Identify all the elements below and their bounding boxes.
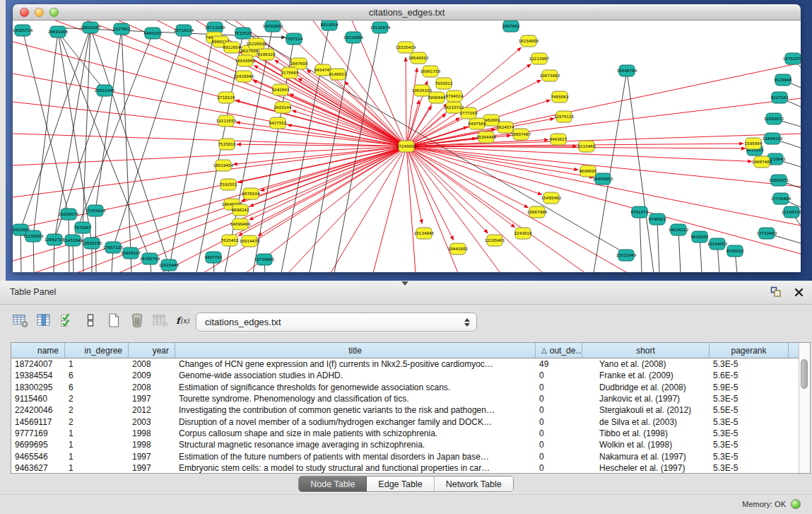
graph-node[interactable]: 9427552 — [269, 117, 287, 129]
graph-node[interactable]: 9129946 — [775, 74, 792, 86]
graph-node[interactable]: 15226033 — [247, 38, 267, 49]
graph-node[interactable]: 12185461 — [485, 235, 505, 246]
graph-node[interactable]: 18640910 — [408, 52, 429, 64]
graph-node[interactable]: 2603144 — [274, 102, 292, 113]
graph-node[interactable]: 11156839 — [23, 230, 44, 242]
graph-node[interactable]: 16914479 — [240, 235, 260, 247]
graph-node[interactable]: 7592501 — [220, 179, 237, 190]
graph-node[interactable]: 9227343 — [771, 92, 789, 103]
graph-node[interactable]: 20364486 — [476, 132, 497, 143]
tab-node-table[interactable]: Node Table — [299, 477, 367, 491]
table-row[interactable]: 1938455462009Genome-wide association stu… — [11, 370, 799, 381]
graph-node[interactable]: 9242843 — [272, 84, 290, 95]
graph-node[interactable]: 15992971 — [769, 175, 789, 186]
graph-node[interactable]: 1527602 — [113, 23, 131, 35]
graph-node[interactable]: 7525818 — [218, 139, 236, 150]
window-titlebar[interactable]: citations_edges.txt — [13, 4, 801, 21]
graph-hub-node[interactable]: 17240093 — [396, 141, 417, 152]
column-header-pagerank[interactable]: pagerank — [710, 343, 789, 358]
graph-node[interactable]: 14099489 — [230, 218, 251, 230]
column-header-year[interactable]: year — [129, 343, 175, 358]
graph-node[interactable]: 15751074 — [783, 53, 801, 64]
graph-node[interactable]: 12942737 — [45, 234, 65, 245]
select-columns-icon[interactable] — [58, 310, 76, 330]
graph-node[interactable]: 9146821 — [329, 69, 347, 80]
graph-node[interactable]: 15218996 — [343, 32, 364, 43]
graph-node[interactable]: 8813054 — [321, 21, 339, 30]
graph-node[interactable]: 9457791 — [205, 252, 223, 263]
table-row[interactable]: 969969511998Structural magnetic resonanc… — [11, 439, 799, 450]
graph-node[interactable]: 2887682 — [502, 21, 520, 32]
vertical-scrollbar[interactable] — [799, 343, 810, 473]
graph-node[interactable]: 2243618 — [514, 228, 532, 239]
graph-node[interactable]: 7625402 — [221, 235, 239, 246]
graph-node[interactable]: 6791972 — [631, 206, 649, 218]
minimize-window-icon[interactable] — [35, 8, 44, 17]
graph-node[interactable]: 7975887 — [74, 222, 92, 233]
graph-node[interactable]: 20053346 — [95, 85, 115, 96]
graph-node[interactable]: 11451941 — [63, 235, 83, 246]
graph-node[interactable]: 8912954 — [223, 42, 241, 53]
graph-node[interactable]: 12108738 — [782, 206, 801, 218]
graph-node[interactable]: 12093872 — [764, 113, 784, 124]
table-select-dropdown[interactable]: citations_edges.txt — [196, 313, 477, 332]
graph-node[interactable]: 10807487 — [511, 129, 531, 140]
graph-node[interactable]: 12213967 — [529, 53, 550, 64]
network-canvas[interactable]: 1405571420691406106552871527602646016010… — [13, 21, 801, 272]
create-column-icon[interactable] — [105, 310, 123, 330]
graph-node[interactable]: 15134845 — [414, 228, 435, 239]
close-window-icon[interactable] — [20, 8, 29, 17]
graph-node[interactable]: 12975125 — [554, 111, 575, 122]
graph-node[interactable]: 17359934 — [86, 205, 106, 216]
table-row[interactable]: 1872400712008Changes of HCN gene express… — [11, 358, 799, 370]
zoom-window-icon[interactable] — [49, 8, 59, 17]
graph-node[interactable]: 9618205 — [691, 231, 709, 243]
graph-node[interactable]: 12021949 — [616, 250, 637, 261]
table-row[interactable]: 911546021997Tourette syndrome. Phenomeno… — [11, 393, 799, 404]
tab-edge-table[interactable]: Edge Table — [367, 477, 434, 491]
graph-node[interactable]: 15718485 — [254, 254, 275, 265]
graph-node[interactable]: 10441802 — [448, 243, 468, 255]
column-header-title[interactable]: title — [175, 343, 536, 358]
table-row[interactable]: 977716911998Corpus callosum shape and si… — [11, 428, 799, 439]
graph-node[interactable]: 17710483 — [757, 228, 777, 239]
graph-node[interactable]: 6794024 — [446, 90, 464, 102]
graph-node[interactable]: 16210722 — [444, 102, 464, 113]
graph-node[interactable]: 9245032 — [726, 245, 744, 257]
graph-node[interactable]: 10958107 — [121, 247, 141, 259]
graph-node[interactable]: 16648784 — [617, 65, 637, 76]
graph-node[interactable]: 3175685 — [281, 67, 299, 78]
graph-node[interactable]: 10655287 — [81, 22, 101, 33]
graph-node[interactable]: 18135074 — [370, 22, 391, 33]
row-format-icon[interactable] — [81, 310, 100, 330]
table-row[interactable]: 1830029562008Estimation of significance … — [11, 382, 799, 393]
graph-node[interactable]: 6460160 — [144, 28, 162, 39]
graph-node[interactable]: 1595884 — [745, 138, 763, 149]
graph-node[interactable]: 9796023 — [649, 214, 666, 225]
graph-node[interactable]: 13213553 — [216, 115, 237, 127]
graph-node[interactable]: 16961758 — [420, 66, 441, 77]
graph-node[interactable]: 9878334 — [242, 188, 260, 199]
graph-node[interactable]: 12444159 — [763, 133, 783, 144]
graph-node[interactable]: 7485063 — [551, 91, 569, 103]
graph-node[interactable]: 2718126 — [218, 92, 235, 103]
show-columns-icon[interactable] — [35, 310, 53, 330]
table-row[interactable]: 946362711997Embryonic stem cells: a mode… — [11, 462, 799, 473]
graph-node[interactable]: 8186328 — [258, 49, 276, 60]
graph-node[interactable]: 16543862 — [235, 55, 255, 66]
function-builder-icon[interactable]: f(x) — [175, 310, 193, 330]
graph-node[interactable]: 9463627 — [550, 134, 567, 145]
graph-node[interactable]: 9898242 — [232, 204, 249, 216]
tab-network-table[interactable]: Network Table — [435, 477, 513, 491]
graph-node[interactable]: 10719134 — [174, 25, 194, 36]
graph-node[interactable]: 13325419 — [396, 42, 416, 53]
graph-node[interactable]: 9115460 — [578, 141, 596, 152]
close-panel-icon[interactable] — [792, 286, 805, 298]
graph-node[interactable]: 7615526 — [235, 28, 252, 39]
graph-node[interactable]: 16782759 — [140, 253, 160, 264]
graph-node[interactable]: 22420046 — [234, 71, 254, 82]
graph-node[interactable]: 6497568 — [469, 118, 486, 129]
table-mode-icon[interactable] — [11, 310, 30, 330]
graph-node[interactable]: 16154808 — [519, 35, 539, 47]
float-panel-icon[interactable] — [770, 286, 782, 298]
